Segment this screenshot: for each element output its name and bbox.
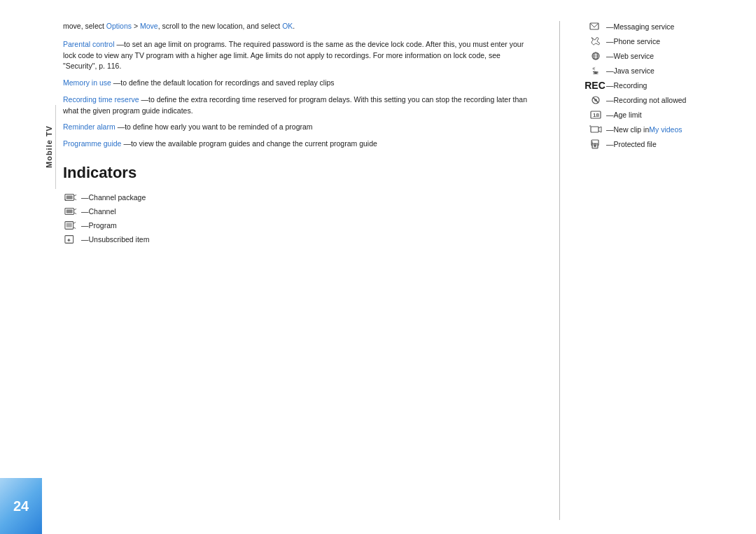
svg-line-2 bbox=[74, 195, 77, 196]
move-link[interactable]: Move bbox=[140, 22, 158, 30]
unsubscribed-icon: ✦ bbox=[63, 234, 78, 245]
section-memory-in-use: Memory in use —to define the default loc… bbox=[63, 78, 531, 89]
right-column: —Messaging service —Phone service bbox=[588, 21, 742, 520]
indicator-java: —Java service bbox=[588, 65, 742, 76]
indicator-recording-not-allowed: —Recording not allowed bbox=[588, 94, 742, 106]
indicator-unsubscribed: ✦ —Unsubscribed item bbox=[63, 234, 531, 245]
channel-package-label: —Channel package bbox=[81, 193, 146, 202]
parental-control-link[interactable]: Parental control bbox=[63, 40, 115, 48]
section-programme-guide: Programme guide —to view the available p… bbox=[63, 139, 531, 150]
recording-label: —Recording bbox=[606, 81, 647, 90]
indicator-channel: —Channel bbox=[63, 206, 531, 217]
memory-in-use-link[interactable]: Memory in use bbox=[63, 78, 111, 87]
intro-paragraph: move, select Options > Move, scroll to t… bbox=[63, 21, 531, 32]
recording-not-allowed-label: —Recording not allowed bbox=[606, 96, 686, 104]
indicator-age-limit: 18 —Age limit bbox=[588, 109, 742, 120]
ok-link[interactable]: OK bbox=[282, 22, 293, 30]
channel-label: —Channel bbox=[81, 207, 116, 216]
indicators-title: Indicators bbox=[63, 164, 531, 182]
indicator-web: —Web service bbox=[588, 50, 742, 62]
program-icon bbox=[63, 220, 78, 231]
indicator-new-clip: * —New clip in My videos bbox=[588, 124, 742, 135]
indicator-protected-file: —Protected file bbox=[588, 139, 742, 150]
reminder-alarm-link[interactable]: Reminder alarm bbox=[63, 122, 115, 131]
page-number: 24 bbox=[0, 478, 42, 534]
indicator-messaging: —Messaging service bbox=[588, 21, 742, 32]
web-label: —Web service bbox=[606, 52, 654, 60]
phone-label: —Phone service bbox=[606, 37, 660, 45]
age-limit-icon: 18 bbox=[588, 109, 603, 120]
indicator-program: —Program bbox=[63, 220, 531, 231]
protected-file-label: —Protected file bbox=[606, 140, 657, 148]
svg-line-7 bbox=[74, 209, 77, 210]
svg-rect-6 bbox=[66, 209, 73, 213]
indicator-phone: —Phone service bbox=[588, 36, 742, 47]
column-divider bbox=[559, 21, 560, 520]
channel-package-icon: + bbox=[63, 192, 78, 203]
left-column: move, select Options > Move, scroll to t… bbox=[56, 21, 531, 520]
web-icon bbox=[588, 50, 603, 62]
phone-icon bbox=[588, 36, 603, 47]
unsubscribed-label: —Unsubscribed item bbox=[81, 235, 149, 244]
section-recording-time-reserve: Recording time reserve —to define the ex… bbox=[63, 94, 531, 117]
svg-line-8 bbox=[74, 213, 77, 214]
svg-text:+: + bbox=[64, 198, 66, 202]
recording-time-reserve-link[interactable]: Recording time reserve bbox=[63, 95, 139, 104]
rec-icon: REC bbox=[588, 80, 603, 91]
indicator-recording: REC —Recording bbox=[588, 80, 742, 91]
java-icon bbox=[588, 65, 603, 76]
chapter-tab: Mobile TV bbox=[42, 105, 56, 189]
svg-line-3 bbox=[74, 199, 77, 200]
channel-icon bbox=[63, 206, 78, 217]
svg-text:✦: ✦ bbox=[66, 237, 71, 243]
indicators-section: Indicators + —Channel package bbox=[63, 164, 531, 245]
program-label: —Program bbox=[81, 221, 117, 230]
svg-rect-26 bbox=[591, 127, 598, 132]
svg-rect-10 bbox=[66, 223, 72, 227]
svg-text:18: 18 bbox=[593, 112, 599, 118]
recording-not-allowed-icon bbox=[588, 94, 603, 106]
messaging-label: —Messaging service bbox=[606, 22, 674, 31]
new-clip-label: —New clip in bbox=[606, 125, 649, 134]
svg-line-23 bbox=[593, 97, 598, 103]
section-parental-control: Parental control —to set an age limit on… bbox=[63, 39, 531, 72]
age-limit-label: —Age limit bbox=[606, 111, 642, 119]
left-sidebar: 24 bbox=[0, 0, 42, 534]
java-label: —Java service bbox=[606, 66, 654, 75]
programme-guide-link[interactable]: Programme guide bbox=[63, 139, 121, 148]
messaging-icon bbox=[588, 21, 603, 32]
options-link[interactable]: Options bbox=[106, 22, 132, 30]
section-reminder-alarm: Reminder alarm —to define how early you … bbox=[63, 122, 531, 133]
indicator-channel-package: + —Channel package bbox=[63, 192, 531, 203]
protected-file-icon bbox=[588, 139, 603, 150]
new-clip-icon: * bbox=[588, 124, 603, 135]
svg-rect-1 bbox=[66, 195, 73, 199]
my-videos-link[interactable]: My videos bbox=[649, 125, 682, 134]
main-content: move, select Options > Move, scroll to t… bbox=[42, 0, 756, 534]
